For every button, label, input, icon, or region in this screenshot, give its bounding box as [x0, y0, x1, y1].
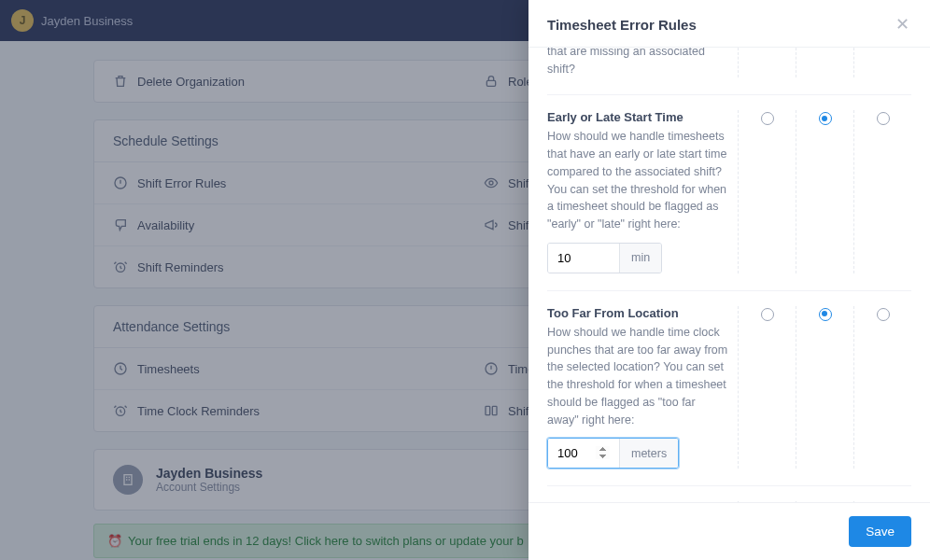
rule-description: How should we handle timesheets that hav… [547, 128, 728, 233]
rule-radio-option-3[interactable] [877, 308, 890, 321]
rule-title: Too Far From Location [547, 306, 728, 320]
panel-title: Timesheet Error Rules [547, 17, 697, 33]
rule-radio-option-1[interactable] [761, 308, 774, 321]
early-late-threshold-input[interactable] [548, 244, 619, 273]
input-unit: min [619, 244, 661, 273]
rule-too-far: Too Far From Location How should we hand… [547, 291, 911, 487]
rule-early-late: Early or Late Start Time How should we h… [547, 95, 911, 291]
rule-title: Early or Late Start Time [547, 110, 728, 124]
rule-radio-option-1[interactable] [761, 112, 774, 125]
threshold-input-group: min [547, 243, 662, 273]
input-unit: meters [619, 439, 678, 468]
rule-radio-option-2[interactable] [819, 112, 832, 125]
rule-description: How should we handle timesheets that are… [547, 48, 728, 77]
threshold-input-group: meters [547, 438, 679, 469]
close-icon: ✕ [895, 14, 909, 35]
rule-radio-option-2[interactable] [819, 308, 832, 321]
too-far-threshold-input[interactable] [548, 439, 619, 468]
save-button[interactable]: Save [849, 516, 911, 547]
panel-body[interactable]: How should we handle timesheets that are… [528, 48, 930, 502]
rule-no-shift: How should we handle timesheets that are… [547, 48, 911, 95]
rule-overtime: Overtime How should we handle timesheets… [547, 486, 911, 502]
close-button[interactable]: ✕ [893, 15, 911, 34]
rule-description: How should we handle time clock punches … [547, 324, 728, 429]
rule-radio-option-3[interactable] [877, 112, 890, 125]
side-panel: Timesheet Error Rules ✕ How should we ha… [528, 0, 930, 560]
